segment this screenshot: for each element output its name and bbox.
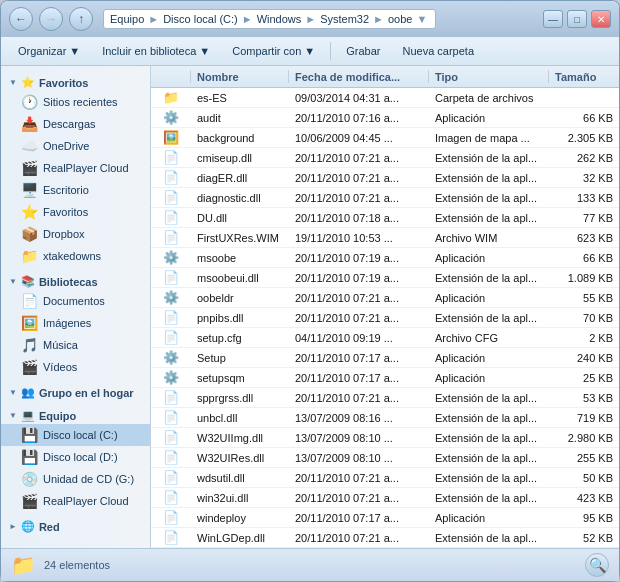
file-name: FirstUXRes.WIM xyxy=(191,228,289,247)
sidebar-item-escritorio[interactable]: 🖥️ Escritorio xyxy=(1,179,150,201)
minimize-button[interactable]: — xyxy=(543,10,563,28)
sidebar-header-grupo[interactable]: ▼ 👥 Grupo en el hogar xyxy=(1,382,150,401)
table-row[interactable]: 📄wdsutil.dll20/11/2010 07:21 a...Extensi… xyxy=(151,468,619,488)
table-row[interactable]: 📄diagER.dll20/11/2010 07:21 a...Extensió… xyxy=(151,168,619,188)
file-type: Extensión de la apl... xyxy=(429,188,549,207)
table-row[interactable]: 🖼️background10/06/2009 04:45 ...Imagen d… xyxy=(151,128,619,148)
breadcrumb-oobe[interactable]: oobe xyxy=(388,13,412,25)
table-row[interactable]: 📁es-ES09/03/2014 04:31 a...Carpeta de ar… xyxy=(151,88,619,108)
file-size: 50 KB xyxy=(549,468,619,487)
table-row[interactable]: 📄win32ui.dll20/11/2010 07:21 a...Extensi… xyxy=(151,488,619,508)
file-type: Aplicación xyxy=(429,368,549,387)
sidebar-item-realplayer-cloud[interactable]: 🎬 RealPlayer Cloud xyxy=(1,157,150,179)
table-row[interactable]: 📄DU.dll20/11/2010 07:18 a...Extensión de… xyxy=(151,208,619,228)
col-header-name[interactable]: Nombre xyxy=(191,70,289,83)
sidebar-header-favoritos[interactable]: ▼ ⭐ Favoritos xyxy=(1,72,150,91)
sidebar-item-videos[interactable]: 🎬 Vídeos xyxy=(1,356,150,378)
table-row[interactable]: 📄cmiseup.dll20/11/2010 07:21 a...Extensi… xyxy=(151,148,619,168)
table-row[interactable]: 📄msoobeui.dll20/11/2010 07:19 a...Extens… xyxy=(151,268,619,288)
col-header-date[interactable]: Fecha de modifica... xyxy=(289,70,429,83)
file-type: Extensión de la apl... xyxy=(429,268,549,287)
sidebar-item-favoritos[interactable]: ⭐ Favoritos xyxy=(1,201,150,223)
file-date: 20/11/2010 07:21 a... xyxy=(289,488,429,507)
file-size: 255 KB xyxy=(549,448,619,467)
sidebar-item-disco-d[interactable]: 💾 Disco local (D:) xyxy=(1,446,150,468)
sidebar-item-xtakedowns[interactable]: 📁 xtakedowns xyxy=(1,245,150,267)
sidebar-header-equipo[interactable]: ▼ 💻 Equipo xyxy=(1,405,150,424)
breadcrumb-equipo[interactable]: Equipo xyxy=(110,13,144,25)
table-row[interactable]: 📄setup.cfg04/11/2010 09:19 ...Archivo CF… xyxy=(151,328,619,348)
table-row[interactable]: 📄pnpibs.dll20/11/2010 07:21 a...Extensió… xyxy=(151,308,619,328)
table-row[interactable]: 📄spprgrss.dll20/11/2010 07:21 a...Extens… xyxy=(151,388,619,408)
back-button[interactable]: ← xyxy=(9,7,33,31)
main-area: ▼ ⭐ Favoritos 🕐 Sitios recientes 📥 Desca… xyxy=(1,66,619,548)
file-name: diagER.dll xyxy=(191,168,289,187)
file-icon: 📄 xyxy=(151,168,191,187)
file-icon: 📄 xyxy=(151,208,191,227)
file-type: Extensión de la apl... xyxy=(429,408,549,427)
file-date: 09/03/2014 04:31 a... xyxy=(289,88,429,107)
table-row[interactable]: 📄W32UIImg.dll13/07/2009 08:10 ...Extensi… xyxy=(151,428,619,448)
file-date: 19/11/2010 10:53 ... xyxy=(289,228,429,247)
table-row[interactable]: ⚙️oobeldr20/11/2010 07:21 a...Aplicación… xyxy=(151,288,619,308)
col-header-size[interactable]: Tamaño xyxy=(549,70,619,83)
sidebar-header-red[interactable]: ► 🌐 Red xyxy=(1,516,150,535)
file-icon: ⚙️ xyxy=(151,248,191,267)
table-row[interactable]: 📄W32UIRes.dll13/07/2009 08:10 ...Extensi… xyxy=(151,448,619,468)
file-icon: 📄 xyxy=(151,308,191,327)
file-list-header: Nombre Fecha de modifica... Tipo Tamaño xyxy=(151,66,619,88)
sidebar-item-descargas[interactable]: 📥 Descargas xyxy=(1,113,150,135)
file-date: 20/11/2010 07:18 a... xyxy=(289,208,429,227)
maximize-button[interactable]: □ xyxy=(567,10,587,28)
table-row[interactable]: 📄FirstUXRes.WIM19/11/2010 10:53 ...Archi… xyxy=(151,228,619,248)
file-date: 20/11/2010 07:17 a... xyxy=(289,348,429,367)
table-row[interactable]: ⚙️audit20/11/2010 07:16 a...Aplicación66… xyxy=(151,108,619,128)
file-type: Extensión de la apl... xyxy=(429,148,549,167)
file-icon: 📄 xyxy=(151,508,191,527)
table-row[interactable]: ⚙️setupsqm20/11/2010 07:17 a...Aplicació… xyxy=(151,368,619,388)
sidebar-item-unidad-cd[interactable]: 💿 Unidad de CD (G:) xyxy=(1,468,150,490)
sidebar-item-documentos[interactable]: 📄 Documentos xyxy=(1,290,150,312)
file-type: Extensión de la apl... xyxy=(429,488,549,507)
burn-button[interactable]: Grabar xyxy=(337,41,389,61)
file-date: 20/11/2010 07:19 a... xyxy=(289,268,429,287)
sidebar-header-bibliotecas[interactable]: ▼ 📚 Bibliotecas xyxy=(1,271,150,290)
sidebar-item-musica[interactable]: 🎵 Música xyxy=(1,334,150,356)
table-row[interactable]: ⚙️msoobe20/11/2010 07:19 a...Aplicación6… xyxy=(151,248,619,268)
library-button[interactable]: Incluir en biblioteca ▼ xyxy=(93,41,219,61)
breadcrumb-system32[interactable]: System32 xyxy=(320,13,369,25)
forward-button[interactable]: → xyxy=(39,7,63,31)
file-size: 77 KB xyxy=(549,208,619,227)
sidebar-item-imagenes[interactable]: 🖼️ Imágenes xyxy=(1,312,150,334)
up-button[interactable]: ↑ xyxy=(69,7,93,31)
new-folder-button[interactable]: Nueva carpeta xyxy=(393,41,483,61)
file-size: 240 KB xyxy=(549,348,619,367)
sidebar-item-disco-c[interactable]: 💾 Disco local (C:) xyxy=(1,424,150,446)
file-date: 20/11/2010 07:21 a... xyxy=(289,288,429,307)
table-row[interactable]: ⚙️Setup20/11/2010 07:17 a...Aplicación24… xyxy=(151,348,619,368)
breadcrumb-disco-c[interactable]: Disco local (C:) xyxy=(163,13,238,25)
breadcrumb-windows[interactable]: Windows xyxy=(257,13,302,25)
file-date: 20/11/2010 07:21 a... xyxy=(289,528,429,547)
table-row[interactable]: 📄diagnostic.dll20/11/2010 07:21 a...Exte… xyxy=(151,188,619,208)
sidebar-item-sitios-recientes[interactable]: 🕐 Sitios recientes xyxy=(1,91,150,113)
window-controls: — □ ✕ xyxy=(543,10,611,28)
file-type: Aplicación xyxy=(429,348,549,367)
search-button[interactable]: 🔍 xyxy=(585,553,609,577)
organize-button[interactable]: Organizar ▼ xyxy=(9,41,89,61)
col-header-type[interactable]: Tipo xyxy=(429,70,549,83)
sidebar-section-red: ► 🌐 Red xyxy=(1,516,150,535)
table-row[interactable]: 📄unbcl.dll13/07/2009 08:16 ...Extensión … xyxy=(151,408,619,428)
sidebar-item-dropbox[interactable]: 📦 Dropbox xyxy=(1,223,150,245)
close-button[interactable]: ✕ xyxy=(591,10,611,28)
file-icon: ⚙️ xyxy=(151,348,191,367)
table-row[interactable]: 📄WinLGDep.dll20/11/2010 07:21 a...Extens… xyxy=(151,528,619,548)
sidebar-item-onedrive[interactable]: ☁️ OneDrive xyxy=(1,135,150,157)
share-button[interactable]: Compartir con ▼ xyxy=(223,41,324,61)
sidebar-item-realplayer[interactable]: 🎬 RealPlayer Cloud xyxy=(1,490,150,512)
table-row[interactable]: 📄windeploy20/11/2010 07:17 a...Aplicació… xyxy=(151,508,619,528)
file-name: wdsutil.dll xyxy=(191,468,289,487)
file-type: Carpeta de archivos xyxy=(429,88,549,107)
file-name: oobeldr xyxy=(191,288,289,307)
file-name: msoobe xyxy=(191,248,289,267)
